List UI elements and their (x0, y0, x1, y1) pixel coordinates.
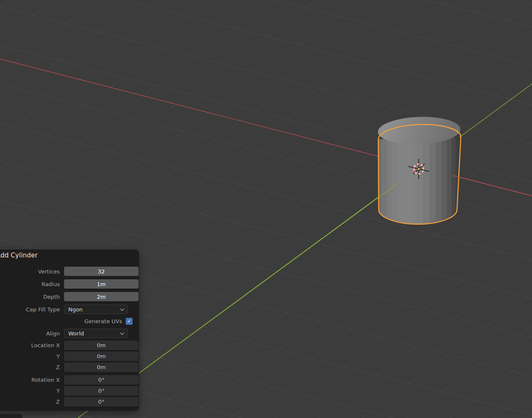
align-row: Align World (0, 329, 139, 338)
radius-row: Radius 1m (0, 279, 139, 289)
cap-fill-row: Cap Fill Type Ngon (0, 305, 139, 314)
checkmark-icon: ✓ (127, 318, 131, 324)
rotation-y-row: Y 0° (0, 386, 139, 396)
location-x-field[interactable]: 0m (64, 340, 139, 350)
chevron-down-icon (120, 332, 124, 335)
rotation-x-label: Rotation X (0, 377, 64, 383)
cylinder-side-faces (378, 137, 461, 224)
vertices-row: Vertices 32 (0, 267, 139, 276)
panel-title[interactable]: Add Cylinder (0, 252, 37, 259)
align-value: World (68, 330, 84, 337)
location-z-row: Z 0m (0, 362, 139, 372)
adjust-last-operation-panel: Add Cylinder Vertices 32 Radius 1m Depth… (0, 249, 139, 411)
chevron-down-icon (120, 308, 124, 311)
align-label: Align (0, 330, 64, 337)
generate-uvs-label: Generate UVs (0, 318, 122, 324)
vertices-label: Vertices (0, 268, 64, 275)
rotation-x-field[interactable]: 0° (64, 375, 139, 385)
depth-label: Depth (0, 294, 64, 300)
depth-field[interactable]: 2m (64, 292, 139, 301)
vertices-field[interactable]: 32 (64, 267, 139, 276)
location-y-label: Y (0, 353, 64, 359)
align-dropdown[interactable]: World (64, 329, 128, 338)
rotation-y-label: Y (0, 388, 64, 394)
radius-field[interactable]: 1m (64, 279, 139, 289)
depth-row: Depth 2m (0, 292, 139, 301)
cap-fill-value: Ngon (68, 306, 83, 313)
blender-3d-viewport: Add Cylinder Vertices 32 Radius 1m Depth… (0, 0, 532, 418)
rotation-y-field[interactable]: 0° (64, 386, 139, 396)
location-x-row: Location X 0m (0, 340, 139, 350)
location-x-label: Location X (0, 342, 64, 348)
cap-fill-label: Cap Fill Type (0, 306, 64, 313)
location-y-field[interactable]: 0m (64, 351, 139, 361)
cap-fill-dropdown[interactable]: Ngon (64, 305, 128, 314)
rotation-z-field[interactable]: 0° (64, 397, 139, 407)
bottom-panel-corner (0, 414, 22, 418)
generate-uvs-checkbox[interactable]: ✓ (126, 318, 133, 325)
rotation-z-row: Z 0° (0, 397, 139, 407)
radius-label: Radius (0, 281, 64, 287)
location-z-field[interactable]: 0m (64, 362, 139, 372)
rotation-z-label: Z (0, 399, 64, 405)
generate-uvs-row: Generate UVs ✓ (0, 317, 139, 325)
panel-rows: Vertices 32 Radius 1m Depth 2m Cap Fill … (0, 267, 139, 407)
rotation-x-row: Rotation X 0° (0, 375, 139, 385)
location-y-row: Y 0m (0, 351, 139, 361)
location-z-label: Z (0, 364, 64, 370)
